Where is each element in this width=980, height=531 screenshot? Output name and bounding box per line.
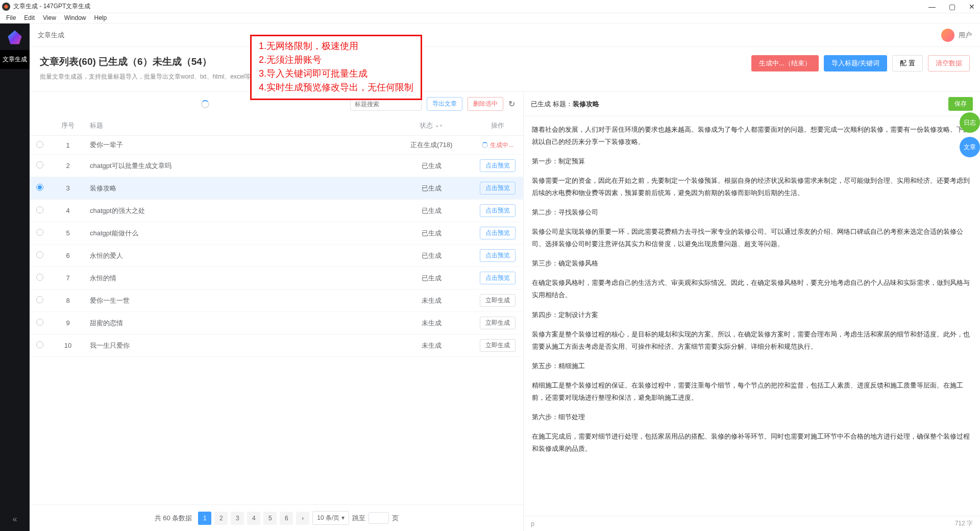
promo-line: 1.无网络限制，极速使用	[259, 39, 413, 53]
pagination: 共 60 条数据 1 2 3 4 5 6 › 10 条/页 ▾ 跳至 页	[30, 504, 523, 531]
nav-article-gen[interactable]: 文章生成	[0, 50, 30, 69]
loading-spinner-icon	[482, 142, 488, 148]
app-icon	[2, 3, 10, 11]
preview-title-label: 已生成 标题：装修攻略	[531, 100, 599, 109]
page-size-select[interactable]: 10 条/页 ▾	[312, 511, 349, 525]
clear-data-button[interactable]: 清空数据	[928, 55, 970, 71]
running-stop-button[interactable]: 生成中...（结束）	[751, 55, 819, 71]
float-log-button[interactable]: 日志	[960, 112, 980, 133]
article-paragraph: 第二步：寻找装修公司	[532, 206, 972, 219]
page-subtitle: 批量文章生成器，支持批量标题导入，批量导出文章word、txt、html、exc…	[40, 73, 251, 81]
article-paragraph: 第一步：制定预算	[532, 155, 972, 167]
row-title: 装修攻略	[86, 177, 390, 200]
row-status: 正在生成(718)	[390, 136, 472, 155]
article-paragraph: 第四步：定制设计方案	[532, 309, 972, 321]
table-row[interactable]: 2chatgpt可以批量生成文章吗已生成点击预览	[30, 155, 523, 177]
row-title: chatgpt能做什么	[86, 222, 390, 245]
sidebar: 文章生成 «	[0, 23, 30, 531]
row-radio[interactable]	[36, 229, 43, 236]
menu-edit[interactable]: Edit	[21, 13, 38, 23]
col-title: 标题	[86, 116, 390, 136]
avatar[interactable]	[941, 29, 954, 42]
table-row[interactable]: 1爱你一辈子正在生成(718)生成中...	[30, 136, 523, 155]
row-radio[interactable]	[36, 184, 43, 191]
refresh-icon[interactable]: ↻	[508, 99, 515, 109]
row-radio[interactable]	[36, 341, 43, 348]
sidebar-collapse-button[interactable]: «	[13, 508, 17, 531]
float-article-button[interactable]: 文章	[960, 137, 980, 157]
table-row[interactable]: 6永恒的爱人已生成点击预览	[30, 245, 523, 267]
row-radio[interactable]	[36, 296, 43, 303]
table-row[interactable]: 5chatgpt能做什么已生成点击预览	[30, 222, 523, 245]
maximize-button[interactable]: ▢	[946, 2, 959, 12]
preview-button[interactable]: 点击预览	[480, 227, 516, 239]
row-radio[interactable]	[36, 319, 43, 326]
preview-button[interactable]: 点击预览	[480, 182, 516, 195]
delete-selected-button[interactable]: 删除选中	[468, 97, 503, 111]
generate-button[interactable]: 立即生成	[480, 294, 516, 307]
article-paragraph: 第三步：确定装修风格	[532, 257, 972, 270]
op-running: 生成中...	[490, 141, 513, 149]
window-title: 文章生成 - 147GPT文章生成	[13, 2, 90, 11]
article-paragraph: 装修公司是实现装修的重要一环，因此需要花费精力去寻找一家专业的装修公司。可以通过…	[532, 226, 972, 250]
menu-help[interactable]: Help	[91, 13, 110, 23]
menu-view[interactable]: View	[40, 13, 59, 23]
row-title: chatgpt可以批量生成文章吗	[86, 155, 390, 177]
articles-table: 序号 标题 状态▲▼ 操作 1爱你一辈子正在生成(718)生成中...2chat…	[30, 116, 523, 357]
row-radio[interactable]	[36, 206, 43, 213]
word-count: 712 字	[955, 519, 973, 528]
import-keywords-button[interactable]: 导入标题/关键词	[824, 55, 888, 71]
generate-button[interactable]: 立即生成	[480, 339, 516, 352]
preview-button[interactable]: 点击预览	[480, 272, 516, 284]
page-1[interactable]: 1	[198, 512, 211, 525]
row-radio[interactable]	[36, 141, 43, 148]
minimize-button[interactable]: —	[925, 2, 939, 12]
row-radio[interactable]	[36, 161, 43, 168]
p-marker: p	[531, 520, 534, 527]
row-index: 7	[50, 267, 86, 289]
preview-button[interactable]: 点击预览	[480, 249, 516, 262]
window-titlebar: 文章生成 - 147GPT文章生成 — ▢ ✕	[0, 0, 980, 13]
page-5[interactable]: 5	[263, 512, 277, 525]
article-paragraph: 在施工完成后，需要对细节进行处理，包括家居用品的搭配、装修的修补等环节。同时也需…	[532, 430, 972, 455]
menu-window[interactable]: Window	[61, 13, 89, 23]
table-row[interactable]: 7永恒的情已生成点击预览	[30, 267, 523, 289]
row-radio[interactable]	[36, 274, 43, 281]
article-paragraph: 第六步：细节处理	[532, 411, 972, 423]
close-button[interactable]: ✕	[966, 2, 978, 12]
user-label: 用户	[959, 31, 972, 40]
article-paragraph: 第五步：精细施工	[532, 360, 972, 372]
article-paragraph: 精细施工是整个装修过程的保证。在装修过程中，需要注重每个细节，每个节点的把控和监…	[532, 379, 972, 404]
preview-button[interactable]: 点击预览	[480, 204, 516, 217]
col-status[interactable]: 状态▲▼	[390, 116, 472, 136]
menu-file[interactable]: File	[3, 13, 19, 23]
preview-button[interactable]: 点击预览	[480, 159, 516, 172]
table-row[interactable]: 10我一生只爱你未生成立即生成	[30, 334, 523, 357]
page-6[interactable]: 6	[280, 512, 293, 525]
page-3[interactable]: 3	[231, 512, 244, 525]
export-articles-button[interactable]: 导出文章	[427, 97, 462, 111]
promo-line: 2.无须注册账号	[259, 53, 413, 67]
row-title: 甜蜜的恋情	[86, 312, 390, 334]
generate-button[interactable]: 立即生成	[480, 317, 516, 329]
col-op: 操作	[472, 116, 523, 136]
config-button[interactable]: 配 置	[892, 55, 923, 71]
chevron-down-icon: ▾	[341, 514, 345, 521]
article-content[interactable]: 随着社会的发展，人们对于居住环境的要求也越来越高。装修成为了每个人都需要面对的问…	[524, 116, 980, 516]
sort-icon[interactable]: ▲▼	[435, 125, 443, 128]
page-2[interactable]: 2	[214, 512, 228, 525]
table-row[interactable]: 9甜蜜的恋情未生成立即生成	[30, 312, 523, 334]
row-title: 永恒的爱人	[86, 245, 390, 267]
row-index: 4	[50, 200, 86, 222]
article-paragraph: 在确定装修风格时，需要考虑自己的生活方式、审美观和实际情况。因此，在确定装修风格…	[532, 277, 972, 301]
save-button[interactable]: 保存	[948, 97, 973, 111]
page-next[interactable]: ›	[296, 512, 309, 525]
row-radio[interactable]	[36, 251, 43, 258]
table-row[interactable]: 3装修攻略已生成点击预览	[30, 177, 523, 200]
table-row[interactable]: 4chatgpt的强大之处已生成点击预览	[30, 200, 523, 222]
row-title: 我一生只爱你	[86, 334, 390, 357]
jump-input[interactable]	[369, 512, 389, 524]
table-row[interactable]: 8爱你一生一世未生成立即生成	[30, 289, 523, 312]
page-4[interactable]: 4	[247, 512, 260, 525]
row-index: 1	[50, 136, 86, 155]
